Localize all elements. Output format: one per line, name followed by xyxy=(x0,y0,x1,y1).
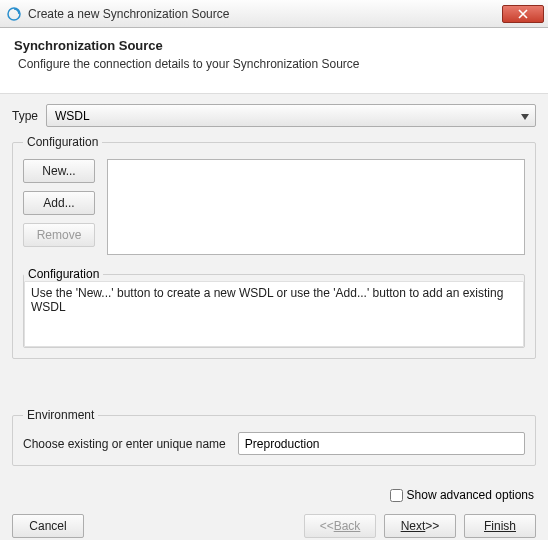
show-advanced-label[interactable]: Show advanced options xyxy=(407,488,534,502)
configuration-legend: Configuration xyxy=(23,135,102,149)
type-combo-value: WSDL xyxy=(55,109,90,123)
environment-combo-value: Preproduction xyxy=(245,437,320,451)
new-button[interactable]: New... xyxy=(23,159,95,183)
configuration-info-text: Use the 'New...' button to create a new … xyxy=(24,281,524,347)
close-button[interactable] xyxy=(502,5,544,23)
environment-combo[interactable]: Preproduction xyxy=(238,432,525,455)
type-label: Type xyxy=(12,109,38,123)
cancel-button[interactable]: Cancel xyxy=(12,514,84,538)
next-button[interactable]: Next >> xyxy=(384,514,456,538)
svg-point-0 xyxy=(8,8,20,20)
chevron-down-icon xyxy=(521,109,529,123)
type-combo[interactable]: WSDL xyxy=(46,104,536,127)
wizard-footer: Cancel << Back Next >> Finish xyxy=(12,514,536,538)
configuration-info-legend: Configuration xyxy=(24,267,103,281)
page-title: Synchronization Source xyxy=(14,38,534,53)
finish-button[interactable]: Finish xyxy=(464,514,536,538)
environment-legend: Environment xyxy=(23,408,98,422)
titlebar: Create a new Synchronization Source xyxy=(0,0,548,28)
wsdl-list[interactable] xyxy=(107,159,525,255)
configuration-info-group: Configuration Use the 'New...' button to… xyxy=(23,267,525,348)
show-advanced-checkbox[interactable] xyxy=(390,489,403,502)
wizard-header: Synchronization Source Configure the con… xyxy=(0,28,548,94)
wizard-body: Type WSDL Configuration New... Add... Re… xyxy=(0,94,548,540)
remove-button: Remove xyxy=(23,223,95,247)
back-button: << Back xyxy=(304,514,376,538)
window-title: Create a new Synchronization Source xyxy=(28,7,502,21)
configuration-group: Configuration New... Add... Remove Confi… xyxy=(12,135,536,359)
add-button[interactable]: Add... xyxy=(23,191,95,215)
app-icon xyxy=(6,6,22,22)
environment-prompt: Choose existing or enter unique name xyxy=(23,437,226,451)
page-subtitle: Configure the connection details to your… xyxy=(14,57,534,71)
environment-group: Environment Choose existing or enter uni… xyxy=(12,408,536,466)
